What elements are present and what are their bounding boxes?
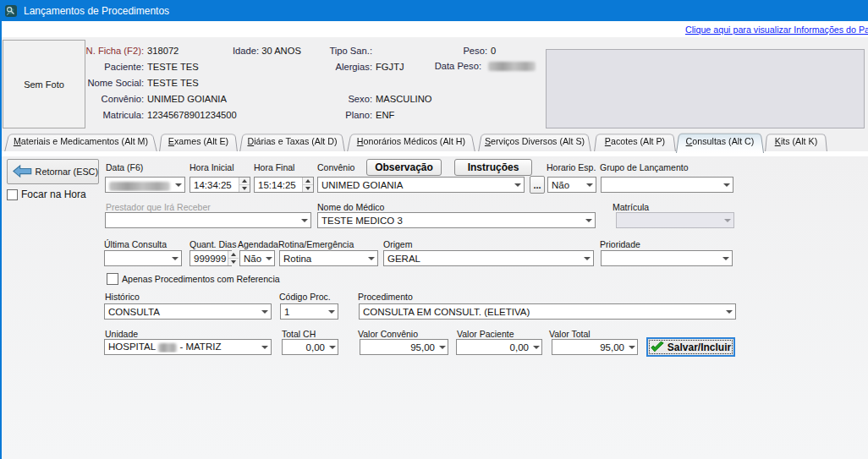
valor-paciente-label: Valor Paciente xyxy=(457,329,514,339)
convenio-ellipsis-button[interactable]: ... xyxy=(530,176,545,194)
grupo-lancamento-combo[interactable] xyxy=(601,177,733,193)
prioridade-dropdown-arrow[interactable] xyxy=(719,251,732,265)
tab-exames[interactable]: Exames (Alt E) xyxy=(159,133,238,151)
alergias-label: Alergias: xyxy=(335,62,372,72)
prestador-label: Prestador que Irá Receber xyxy=(106,202,211,212)
matricula-field-label: Matrícula xyxy=(613,202,649,212)
origem-combo[interactable]: GERAL xyxy=(383,250,594,266)
sexo-value: MASCULINO xyxy=(376,94,432,104)
link-strip: Clique aqui para visualizar Informações … xyxy=(2,21,868,37)
convenio-label: Convênio: xyxy=(102,94,144,104)
hora-inicial-spinner-buttons[interactable] xyxy=(239,178,250,192)
valor-convenio-combo[interactable]: 95,00 xyxy=(360,339,448,355)
valor-paciente-combo[interactable]: 0,00 xyxy=(456,339,542,355)
horario-esp-combo[interactable]: Não xyxy=(547,177,596,193)
total-ch-combo[interactable]: 0,00 xyxy=(282,339,338,355)
nome-medico-label: Nome do Médico xyxy=(317,202,384,212)
codigo-proc-dropdown-arrow[interactable] xyxy=(325,304,338,319)
instrucoes-button[interactable]: Instruções xyxy=(454,159,532,176)
historico-dropdown-arrow[interactable] xyxy=(258,304,271,319)
tab-honorarios-medicos[interactable]: Honorários Médicos (Alt H) xyxy=(347,133,475,151)
historico-label: Histórico xyxy=(105,292,140,302)
sexo-label: Sexo: xyxy=(348,94,372,104)
prestador-combo[interactable] xyxy=(105,212,311,228)
plano-value: ENF xyxy=(376,110,394,120)
apenas-referencia-box[interactable] xyxy=(107,273,118,285)
valor-convenio-label: Valor Convênio xyxy=(358,329,418,339)
data-f6-combo[interactable] xyxy=(105,177,185,193)
grupo-lancamento-dropdown-arrow[interactable] xyxy=(720,178,733,192)
paciente-label: Paciente: xyxy=(104,62,144,72)
convenio-value: UNIMED GOIANIA xyxy=(147,94,227,104)
prioridade-combo[interactable] xyxy=(601,250,733,266)
focar-na-hora-checkbox[interactable]: Focar na Hora xyxy=(7,189,86,200)
valor-total-dropdown-arrow[interactable] xyxy=(626,340,637,354)
valor-total-combo[interactable]: 95,00 xyxy=(552,339,638,355)
apenas-referencia-checkbox[interactable]: Apenas Procedimentos com Referencia xyxy=(107,273,280,285)
quant-dias-spin[interactable]: 999999 xyxy=(190,250,232,266)
origem-dropdown-arrow[interactable] xyxy=(580,251,593,265)
data-f6-label: Data (F6) xyxy=(106,162,143,172)
observacao-button[interactable]: Observação xyxy=(366,159,442,176)
hora-inicial-spin[interactable]: 14:34:25 xyxy=(190,177,250,193)
historico-combo[interactable]: CONSULTA xyxy=(104,303,272,320)
nome-medico-combo[interactable]: TESTE MEDICO 3 xyxy=(317,212,596,228)
procedimento-label: Procedimento xyxy=(358,292,413,302)
convenio-field-label: Convênio xyxy=(317,162,354,172)
hora-final-spinner-buttons[interactable] xyxy=(302,178,313,192)
rotina-emergencia-dropdown-arrow[interactable] xyxy=(365,251,377,265)
horario-esp-dropdown-arrow[interactable] xyxy=(583,178,596,192)
valor-convenio-dropdown-arrow[interactable] xyxy=(437,340,448,354)
procedimento-combo[interactable]: CONSULTA EM CONSULT. (ELETIVA) xyxy=(359,303,736,320)
data-f6-value-masked xyxy=(106,179,172,191)
hora-final-spin[interactable]: 15:14:25 xyxy=(254,177,314,193)
idade: Idade: 30 ANOS xyxy=(233,46,301,56)
prioridade-label: Prioridade xyxy=(600,239,640,249)
ultima-consulta-label: Última Consulta xyxy=(104,239,167,249)
quant-dias-spinner-buttons[interactable] xyxy=(228,251,239,265)
procedimento-dropdown-arrow[interactable] xyxy=(722,304,735,319)
convenio-combo[interactable]: UNIMED GOIANIA xyxy=(317,177,525,193)
codigo-proc-label: Código Proc. xyxy=(279,292,331,302)
window-title: Lançamentos de Procedimentos xyxy=(24,5,169,17)
codigo-proc-combo[interactable]: 1 xyxy=(280,303,338,320)
ultima-consulta-combo[interactable] xyxy=(104,250,182,266)
photo-placeholder: Sem Foto xyxy=(3,40,85,128)
prestador-dropdown-arrow[interactable] xyxy=(298,213,310,227)
paciente-value: TESTE TES xyxy=(147,62,199,72)
tab-diarias-e-taxas[interactable]: Diárias e Taxas (Alt D) xyxy=(239,133,345,151)
origem-label: Origem xyxy=(383,239,412,249)
back-arrow-icon xyxy=(13,164,32,179)
grupo-lancamento-label: Grupo de Lançamento xyxy=(600,162,689,172)
patient-panel: Sem Foto N. Ficha (F2): 318072 Paciente:… xyxy=(2,37,868,133)
agendada-combo[interactable]: Não xyxy=(239,250,275,266)
agendada-dropdown-arrow[interactable] xyxy=(263,251,274,265)
tab-materiais-e-medicamentos[interactable]: Materiais e Medicamentos (Alt M) xyxy=(4,133,157,151)
agendada-label: Agendada xyxy=(238,239,278,249)
ficha-label: N. Ficha (F2): xyxy=(86,46,144,56)
patient-info-link[interactable]: Clique aqui para visualizar Informações … xyxy=(685,25,868,35)
focar-na-hora-box[interactable] xyxy=(7,189,18,200)
window-left-border xyxy=(0,21,2,459)
quant-dias-label: Quant. Dias xyxy=(190,239,236,249)
tab-kits[interactable]: Kits (Alt K) xyxy=(765,133,827,151)
rotina-emergencia-combo[interactable]: Rotina xyxy=(279,250,378,266)
horario-esp-label: Horario Esp. xyxy=(547,162,596,172)
plano-label: Plano: xyxy=(345,110,372,120)
tab-pacotes[interactable]: Pacotes (Alt P) xyxy=(594,133,676,151)
tab-consultas[interactable]: Consultas (Alt C) xyxy=(676,132,764,152)
data-f6-dropdown-arrow[interactable] xyxy=(172,178,184,192)
convenio-dropdown-arrow[interactable] xyxy=(511,178,524,192)
salvar-incluir-button[interactable]: Salvar/Incluir xyxy=(646,337,735,357)
valor-paciente-dropdown-arrow[interactable] xyxy=(530,340,541,354)
return-button[interactable]: Retornar (ESC) xyxy=(7,159,99,184)
unidade-dropdown-arrow[interactable] xyxy=(258,340,271,354)
unidade-label: Unidade xyxy=(105,329,138,339)
patient-notes-memo[interactable] xyxy=(546,49,865,128)
nome-medico-dropdown-arrow[interactable] xyxy=(582,213,595,227)
unidade-combo[interactable]: HOSPITAL - MATRIZ xyxy=(104,339,272,355)
app-window: Lançamentos de Procedimentos Clique aqui… xyxy=(0,0,868,459)
tab-servicos-diversos[interactable]: Serviços Diversos (Alt S) xyxy=(478,133,591,151)
total-ch-dropdown-arrow[interactable] xyxy=(327,340,338,354)
ultima-consulta-dropdown-arrow[interactable] xyxy=(168,251,181,265)
